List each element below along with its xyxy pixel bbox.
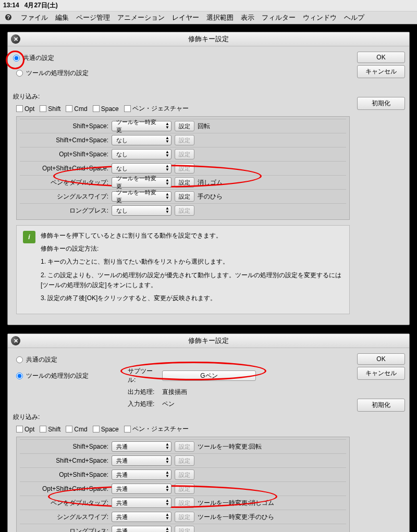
row-select[interactable]: 共通▲▼ bbox=[112, 484, 171, 494]
row-label: Shift+Space: bbox=[20, 122, 108, 130]
row-label: Opt+Shift+Cmd+Space: bbox=[20, 165, 108, 172]
status-time: 13:14 bbox=[3, 2, 19, 9]
row-select[interactable]: 共通▲▼ bbox=[112, 498, 171, 508]
grid-row: Opt+Shift+Cmd+Space: なし▲▼ 設定 bbox=[20, 161, 346, 175]
filter-space[interactable]: Space bbox=[93, 105, 119, 113]
row-select[interactable]: ツールを一時変更▲▼ bbox=[112, 191, 171, 202]
content-area: ✕ 修飾キー設定 共通の設定 ツールの処理別の設定 絞り込み: Opt Shif… bbox=[0, 24, 417, 532]
row-setting-button[interactable]: 設定 bbox=[175, 121, 194, 131]
row-select[interactable]: 共通▲▼ bbox=[112, 469, 171, 480]
grid-row: Opt+Shift+Space: なし▲▼ 設定 bbox=[20, 147, 346, 161]
bindings-grid: Shift+Space: 共通▲▼ 設定 ツールを一時変更:回転 Shift+C… bbox=[16, 437, 350, 532]
menu-item[interactable]: レイヤー bbox=[172, 13, 199, 22]
grid-row: シングルスワイプ: ツールを一時変更▲▼ 設定 手のひら bbox=[20, 189, 346, 203]
radio-common-settings[interactable]: 共通の設定 bbox=[16, 355, 353, 364]
row-setting-button: 設定 bbox=[175, 135, 194, 145]
menu-item[interactable]: 表示 bbox=[241, 13, 254, 22]
cancel-button[interactable]: キャンセル bbox=[357, 65, 405, 78]
info-text-line: 3. 設定の終了後[OK]をクリックすると、変更が反映されます。 bbox=[41, 293, 343, 303]
close-icon[interactable]: ✕ bbox=[11, 336, 20, 345]
row-setting-button: 設定 bbox=[175, 498, 194, 508]
input-label: 入力処理: bbox=[128, 400, 159, 409]
row-select[interactable]: 共通▲▼ bbox=[112, 526, 171, 532]
bindings-grid: Shift+Space: ツールを一時変更▲▼ 設定 回転 Shift+Cmd+… bbox=[16, 116, 350, 220]
row-label: ペンをダブルタップ: bbox=[20, 499, 108, 508]
cancel-button[interactable]: キャンセル bbox=[357, 367, 405, 380]
row-select[interactable]: 共通▲▼ bbox=[112, 512, 171, 522]
menu-item[interactable]: 選択範囲 bbox=[206, 13, 234, 22]
reset-button[interactable]: 初期化 bbox=[357, 399, 405, 412]
grid-row: Opt+Shift+Space: 共通▲▼ 設定 bbox=[20, 467, 346, 481]
row-setting-button[interactable]: 設定 bbox=[175, 191, 194, 202]
menu-item[interactable]: ウィンドウ bbox=[303, 13, 337, 22]
radio-label: ツールの処理別の設定 bbox=[26, 372, 89, 380]
row-label: ペンをダブルタップ: bbox=[20, 178, 108, 187]
grid-row: Opt+Shift+Cmd+Space: 共通▲▼ 設定 bbox=[20, 481, 346, 496]
row-label: シングルスワイプ: bbox=[20, 192, 108, 201]
row-rest: 手のひら bbox=[198, 192, 223, 201]
row-select[interactable]: ツールを一時変更▲▼ bbox=[112, 121, 171, 131]
menu-item[interactable]: フィルター bbox=[262, 13, 296, 22]
info-text-line: 1. キーの入力ごとに、割り当てたい動作をリストから選択します。 bbox=[41, 257, 343, 267]
row-select[interactable]: 共通▲▼ bbox=[112, 455, 171, 466]
radio-common-settings[interactable]: 共通の設定 bbox=[13, 54, 353, 63]
info-icon: i bbox=[23, 231, 35, 243]
reset-button[interactable]: 初期化 bbox=[357, 97, 405, 110]
row-select[interactable]: なし▲▼ bbox=[112, 135, 171, 145]
row-label: Opt+Shift+Space: bbox=[20, 151, 108, 158]
close-icon[interactable]: ✕ bbox=[11, 34, 20, 44]
menu-item[interactable]: ファイル bbox=[21, 13, 48, 22]
filter-cmd[interactable]: Cmd bbox=[66, 426, 87, 433]
row-select[interactable]: なし▲▼ bbox=[112, 149, 171, 159]
row-label: ロングプレス: bbox=[20, 206, 108, 215]
grid-row: ペンをダブルタップ: 共通▲▼ 設定 ツールを一時変更:消しゴム bbox=[20, 496, 346, 510]
modifier-key-dialog-1: ✕ 修飾キー設定 共通の設定 ツールの処理別の設定 絞り込み: Opt Shif… bbox=[7, 32, 410, 325]
menu-item[interactable]: 編集 bbox=[55, 13, 69, 22]
filter-opt[interactable]: Opt bbox=[16, 105, 34, 113]
row-select[interactable]: なし▲▼ bbox=[112, 205, 171, 216]
row-setting-button[interactable]: 設定 bbox=[175, 177, 194, 188]
row-select[interactable]: ツールを一時変更▲▼ bbox=[112, 177, 171, 188]
radio-label: 共通の設定 bbox=[23, 54, 54, 63]
menu-item[interactable]: アニメーション bbox=[117, 13, 165, 22]
filter-shift[interactable]: Shift bbox=[40, 105, 60, 113]
subtool-field[interactable]: Gペン bbox=[162, 370, 256, 381]
row-rest: 回転 bbox=[198, 122, 210, 131]
filter-shift[interactable]: Shift bbox=[40, 426, 60, 433]
grid-row: Shift+Cmd+Space: 共通▲▼ 設定 bbox=[20, 453, 346, 467]
filter-pen-gesture[interactable]: ペン・ジェスチャー bbox=[124, 104, 189, 113]
ok-button[interactable]: OK bbox=[357, 52, 405, 63]
filter-pen-gesture[interactable]: ペン・ジェスチャー bbox=[124, 425, 189, 434]
row-setting-button: 設定 bbox=[175, 205, 194, 216]
radio-input[interactable] bbox=[16, 373, 23, 379]
filter-space[interactable]: Space bbox=[93, 426, 119, 433]
row-rest: ツールを一時変更:手のひら bbox=[198, 513, 274, 522]
row-select[interactable]: 共通▲▼ bbox=[112, 441, 171, 452]
filter-opt[interactable]: Opt bbox=[16, 426, 34, 433]
menu-item[interactable]: ヘルプ bbox=[344, 13, 364, 22]
grid-row: Shift+Space: ツールを一時変更▲▼ 設定 回転 bbox=[20, 119, 346, 133]
output-label: 出力処理: bbox=[128, 388, 159, 397]
radio-input[interactable] bbox=[13, 55, 20, 61]
row-select[interactable]: なし▲▼ bbox=[112, 163, 171, 174]
radio-per-tool-settings[interactable]: ツールの処理別の設定 bbox=[16, 69, 353, 78]
filter-cmd[interactable]: Cmd bbox=[66, 105, 87, 113]
grid-row: Shift+Space: 共通▲▼ 設定 ツールを一時変更:回転 bbox=[20, 439, 346, 453]
row-label: Opt+Shift+Space: bbox=[20, 471, 108, 478]
radio-input[interactable] bbox=[16, 356, 23, 363]
modifier-key-dialog-2: ✕ 修飾キー設定 共通の設定 ツールの処理別の設定 サブツール: Gペン bbox=[7, 333, 410, 532]
info-text-line: 2. この設定よりも、ツールの処理別の設定が優先されて動作します。ツールの処理別… bbox=[41, 270, 343, 290]
menu-item[interactable]: ページ管理 bbox=[76, 13, 110, 22]
row-label: ロングプレス: bbox=[20, 527, 108, 532]
row-setting-button: 設定 bbox=[175, 526, 194, 532]
app-icon[interactable]: ? bbox=[3, 13, 14, 21]
row-setting-button: 設定 bbox=[175, 512, 194, 522]
radio-input[interactable] bbox=[16, 70, 23, 77]
dialog-title: 修飾キー設定 bbox=[188, 35, 229, 43]
info-text-line: 修飾キーを押下しているときに割り当てる動作を設定できます。 bbox=[41, 231, 343, 241]
radio-label: 共通の設定 bbox=[26, 355, 57, 364]
input-value: ペン bbox=[162, 400, 175, 409]
ok-button[interactable]: OK bbox=[357, 353, 405, 365]
grid-row: ペンをダブルタップ: ツールを一時変更▲▼ 設定 消しゴム bbox=[20, 175, 346, 189]
row-setting-button: 設定 bbox=[175, 163, 194, 174]
